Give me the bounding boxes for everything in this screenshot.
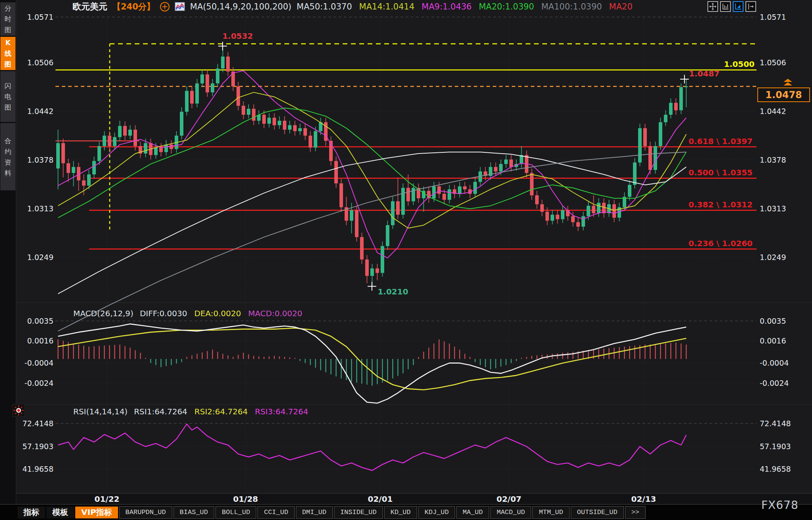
candle-body bbox=[87, 175, 91, 186]
toolbar-tab-mtmud[interactable]: MTM_UD bbox=[532, 506, 569, 519]
candle-body bbox=[406, 188, 410, 201]
current-price-value: 1.0478 bbox=[765, 89, 802, 101]
candle-body bbox=[654, 146, 657, 170]
fib-level-label: 0.236 \ 1.0260 bbox=[688, 239, 753, 248]
fib-level-label: 0.382 \ 1.0312 bbox=[688, 200, 753, 209]
pan-move-icon[interactable] bbox=[707, 1, 718, 12]
plus-circle-icon[interactable]: + bbox=[160, 2, 170, 11]
candle-body bbox=[396, 201, 400, 215]
toolbar-tab-[interactable]: 模板 bbox=[46, 507, 74, 518]
candle-body bbox=[592, 206, 595, 213]
candle-body bbox=[144, 143, 147, 154]
candle-body bbox=[530, 173, 534, 195]
macd-value-label: DEA:0.0020 bbox=[194, 309, 241, 318]
toolbar-tab-dmiud[interactable]: DMI_UD bbox=[296, 506, 333, 519]
candle-body bbox=[252, 109, 255, 121]
candle-body bbox=[113, 137, 116, 146]
candle-body bbox=[540, 204, 544, 212]
sidebar-tab-1[interactable]: 分时图 bbox=[0, 2, 15, 36]
trough-price-label: 1.0210 bbox=[377, 287, 408, 296]
price-axis-label-left: 1.0571 bbox=[27, 13, 53, 21]
candle-body bbox=[206, 74, 209, 92]
axis-left-chart-icon[interactable] bbox=[720, 1, 731, 12]
sidebar-tab-2[interactable]: K线图 bbox=[0, 37, 15, 70]
candle-body bbox=[200, 74, 204, 84]
indicator-toolbar: 指标模板VIP指标BARUPDN_UDBIAS_UDBOLL_UDCCI_UDD… bbox=[0, 504, 812, 520]
macd-axis-label-left: -0.0004 bbox=[25, 359, 53, 367]
sidebar-tab-char: 料 bbox=[5, 168, 11, 178]
candle-body bbox=[370, 268, 374, 276]
candle-body bbox=[118, 126, 122, 137]
candle-body bbox=[376, 268, 379, 273]
candle-body bbox=[576, 222, 580, 226]
candle-body bbox=[195, 84, 199, 104]
candle-body bbox=[314, 131, 317, 147]
sidebar-tab-char: 图 bbox=[5, 59, 11, 69]
alarm-dot-icon[interactable] bbox=[12, 404, 25, 417]
price-axis-label-right: 1.0442 bbox=[760, 107, 786, 116]
candle-body bbox=[679, 87, 683, 110]
sidebar-tab-char: 线 bbox=[5, 49, 11, 58]
candle-body bbox=[659, 122, 662, 146]
toolbar-tab-kdud[interactable]: KD_UD bbox=[384, 506, 417, 519]
chart-header: 欧元美元 【240分】 + MA(50,14,9,20,100,200) MA5… bbox=[72, 1, 640, 13]
toolbar-tab->>[interactable]: >> bbox=[625, 506, 646, 519]
peak-price-label: 1.0532 bbox=[222, 31, 253, 41]
sidebar-tab-char: K bbox=[5, 38, 10, 47]
toolbar-tab-kdjud[interactable]: KDJ_UD bbox=[418, 506, 455, 519]
candle-body bbox=[587, 206, 590, 216]
candle-body bbox=[638, 128, 642, 163]
sidebar-tab-char: 图 bbox=[5, 25, 11, 34]
mini-candle-chart-icon[interactable] bbox=[175, 2, 185, 11]
toolbar-tab-maud[interactable]: MA_UD bbox=[456, 506, 489, 519]
candle-body bbox=[298, 128, 302, 131]
candle-body bbox=[242, 106, 245, 115]
ma-value-label: MA100:1.0390 bbox=[541, 2, 602, 11]
candle-body bbox=[350, 210, 353, 220]
candle-body bbox=[628, 185, 631, 197]
candle-body bbox=[67, 163, 70, 173]
sidebar-tab-char: 时 bbox=[5, 14, 11, 24]
candle-body bbox=[669, 103, 673, 115]
macd-panel-header: MACD(26,12,9) DIFF:0.0030DEA:0.0020MACD:… bbox=[73, 309, 309, 318]
sidebar-tab-char: 合 bbox=[5, 136, 11, 146]
rsi-panel-header: RSI(14,14,14) RSI1:64.7264RSI2:64.7264RS… bbox=[73, 407, 315, 416]
macd-title: MACD(26,12,9) bbox=[73, 309, 133, 318]
candle-body bbox=[648, 146, 652, 170]
toolbar-tab-outsideud[interactable]: OUTSIDE_UD bbox=[571, 506, 624, 519]
candle-body bbox=[643, 128, 647, 146]
current-price-tag: 1.0478 bbox=[757, 87, 810, 102]
candle-body bbox=[509, 159, 513, 167]
candle-body bbox=[597, 203, 600, 213]
ma-value-label: MA14:1.0414 bbox=[359, 2, 415, 11]
toolbar-tab-vip[interactable]: VIP指标 bbox=[75, 507, 118, 518]
candle-body bbox=[581, 216, 585, 226]
macd-axis-label-right: -0.0024 bbox=[760, 379, 789, 387]
macd-value-label: MACD:0.0020 bbox=[248, 309, 302, 318]
period-tag[interactable]: 【240分】 bbox=[112, 1, 155, 12]
candle-body bbox=[561, 210, 564, 219]
axis-pointer-chart-icon[interactable] bbox=[733, 1, 743, 12]
candle-body bbox=[412, 188, 415, 201]
toolbar-tab-barupdnud[interactable]: BARUPDN_UD bbox=[119, 506, 172, 519]
axis-shift-chart-icon[interactable] bbox=[745, 1, 756, 12]
candle-body bbox=[684, 86, 688, 87]
sidebar-tab-4[interactable]: 合约资料 bbox=[0, 123, 15, 190]
candle-body bbox=[432, 186, 436, 198]
toolbar-tab-insideud[interactable]: INSIDE_UD bbox=[334, 506, 383, 519]
toolbar-tab-bollud[interactable]: BOLL_UD bbox=[215, 506, 256, 519]
candle-body bbox=[293, 125, 297, 131]
rsi-axis-label-right: 41.9658 bbox=[760, 465, 791, 473]
candle-body bbox=[499, 164, 503, 171]
toolbar-tab-cciud[interactable]: CCI_UD bbox=[257, 506, 294, 519]
toolbar-tab-biasud[interactable]: BIAS_UD bbox=[173, 506, 214, 519]
sidebar-tab-char: 分 bbox=[5, 4, 11, 13]
candle-body bbox=[236, 86, 240, 106]
toolbar-tab-macdud[interactable]: MACD_UD bbox=[490, 506, 531, 519]
candle-body bbox=[551, 215, 554, 221]
candle-body bbox=[571, 216, 575, 222]
resistance-price-label: 1.0500 bbox=[724, 59, 755, 69]
sidebar-tab-3[interactable]: 闪电图 bbox=[0, 71, 15, 122]
toolbar-tab-[interactable]: 指标 bbox=[17, 507, 45, 518]
candle-body bbox=[159, 148, 163, 152]
